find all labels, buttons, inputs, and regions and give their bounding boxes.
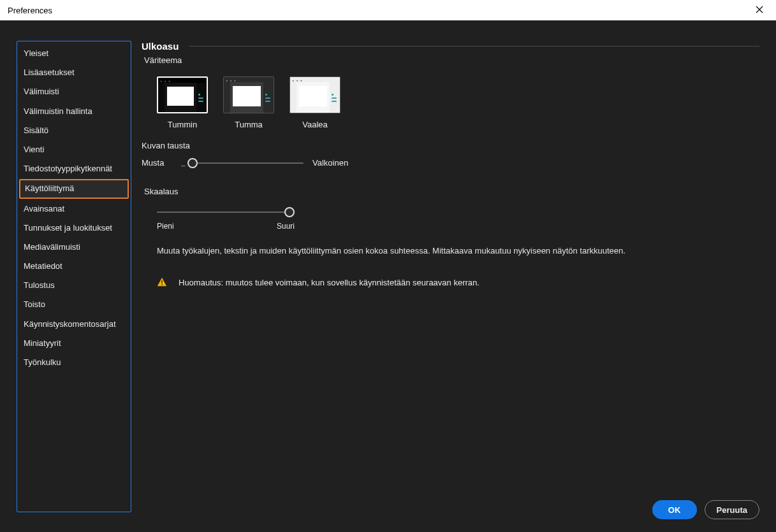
divider xyxy=(189,46,759,47)
sidebar-item-keywords[interactable]: Avainsanat xyxy=(17,199,131,219)
scaling-warning-text: Huomautus: muutos tulee voimaan, kun sov… xyxy=(179,278,480,287)
sidebar-item-export[interactable]: Vienti xyxy=(17,140,131,159)
theme-thumb-light-icon: ● ● ● xyxy=(289,76,340,113)
scaling-slider[interactable] xyxy=(157,212,295,213)
scaling-small-label: Pieni xyxy=(157,222,174,231)
theme-label: Vaalea xyxy=(289,120,340,129)
scaling-section: Skaalaus Pieni Suuri Muuta työkalujen, t… xyxy=(142,187,759,287)
image-bg-label: Kuvan tausta xyxy=(142,141,759,150)
color-theme-label: Väriteema xyxy=(144,55,759,65)
svg-rect-0 xyxy=(161,280,162,284)
sidebar-item-playback[interactable]: Toisto xyxy=(17,295,131,314)
sidebar-item-content[interactable]: Sisältö xyxy=(17,121,131,140)
window-title: Preferences xyxy=(8,6,52,15)
sidebar-item-filetypes[interactable]: Tiedostotyyppikytkennät xyxy=(17,159,131,178)
appearance-header: Ulkoasu xyxy=(142,41,759,52)
close-icon[interactable] xyxy=(750,3,768,18)
appearance-title: Ulkoasu xyxy=(142,41,179,52)
cancel-button[interactable]: Peruuta xyxy=(705,500,759,519)
preferences-dialog: Yleiset Lisäasetukset Välimuisti Välimui… xyxy=(0,20,776,532)
sidebar-item-metadata[interactable]: Metatiedot xyxy=(17,257,131,276)
theme-option-darkest[interactable]: ● ● ● Tummin xyxy=(157,76,208,129)
sidebar-item-labels[interactable]: Tunnukset ja luokitukset xyxy=(17,219,131,238)
theme-thumb-dark-icon: ● ● ● xyxy=(223,76,274,113)
sidebar-item-output[interactable]: Tulostus xyxy=(17,276,131,295)
sidebar-item-general[interactable]: Yleiset xyxy=(17,44,131,63)
sidebar-item-thumbnails[interactable]: Miniatyyrit xyxy=(17,334,131,353)
sidebar-item-startup-scripts[interactable]: Käynnistyskomentosarjat xyxy=(17,315,131,334)
preferences-sidebar: Yleiset Lisäasetukset Välimuisti Välimui… xyxy=(17,41,131,512)
preferences-content: Ulkoasu Väriteema ● ● ● Tummin ● ● ● Tum… xyxy=(142,41,759,490)
sidebar-item-workflow[interactable]: Työnkulku xyxy=(17,353,131,372)
sidebar-item-interface[interactable]: Käyttöliittymä xyxy=(19,179,129,198)
theme-options: ● ● ● Tummin ● ● ● Tumma ● ● ● xyxy=(157,76,759,129)
slider-tick-icon: – xyxy=(181,161,185,165)
theme-thumb-darkest-icon: ● ● ● xyxy=(157,76,208,113)
theme-label: Tummin xyxy=(157,120,208,129)
sidebar-item-cache[interactable]: Välimuisti xyxy=(17,82,131,101)
image-bg-section: Kuvan tausta Musta – Valkoinen xyxy=(142,141,759,168)
slider-knob-icon[interactable] xyxy=(284,207,295,217)
scaling-description: Muuta työkalujen, tekstin ja muiden käyt… xyxy=(157,246,759,255)
dialog-footer: OK Peruuta xyxy=(652,500,759,519)
sidebar-item-advanced[interactable]: Lisäasetukset xyxy=(17,63,131,82)
image-bg-left-label: Musta xyxy=(142,158,180,168)
svg-rect-1 xyxy=(161,284,162,285)
scaling-warning: Huomautus: muutos tulee voimaan, kun sov… xyxy=(157,277,759,287)
warning-icon xyxy=(157,277,167,287)
theme-label: Tumma xyxy=(223,120,274,129)
scaling-label: Skaalaus xyxy=(144,187,759,196)
theme-option-light[interactable]: ● ● ● Vaalea xyxy=(289,76,340,129)
titlebar: Preferences xyxy=(0,0,776,20)
sidebar-item-cache-mgmt[interactable]: Välimuistin hallinta xyxy=(17,102,131,121)
sidebar-item-media-cache[interactable]: Mediavälimuisti xyxy=(17,238,131,257)
theme-option-dark[interactable]: ● ● ● Tumma xyxy=(223,76,274,129)
ok-button[interactable]: OK xyxy=(652,500,697,519)
slider-knob-icon[interactable] xyxy=(187,158,198,168)
image-bg-slider[interactable]: – xyxy=(189,162,304,164)
scaling-large-label: Suuri xyxy=(277,222,295,231)
image-bg-right-label: Valkoinen xyxy=(312,158,351,168)
